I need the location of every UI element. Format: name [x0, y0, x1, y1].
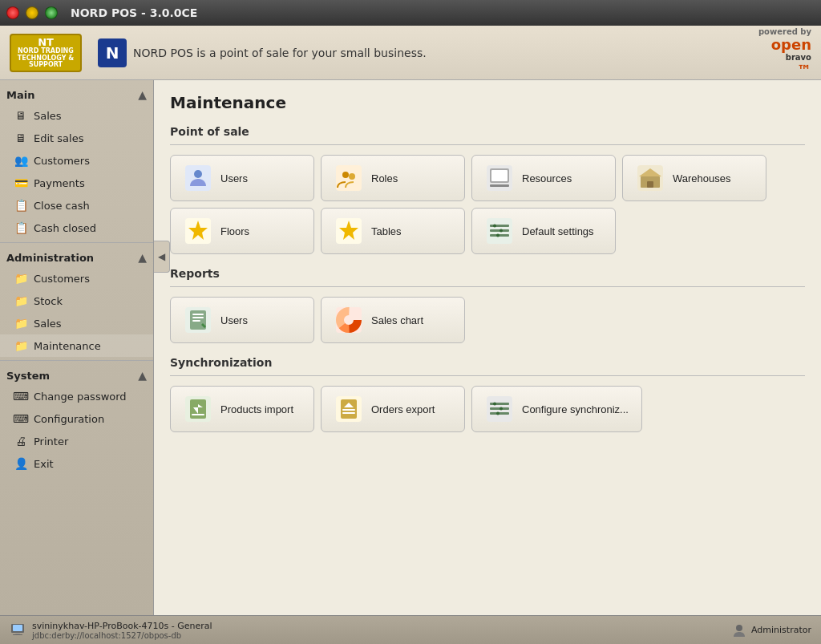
- roles-label: Roles: [371, 172, 398, 184]
- main-layout: Main ▲ 🖥 Sales 🖥 Edit sales 👥 Customers …: [0, 80, 821, 615]
- orders-export-button[interactable]: Orders export: [321, 386, 465, 432]
- svg-rect-27: [192, 317, 204, 318]
- reports-users-button[interactable]: Users: [170, 297, 314, 343]
- svg-point-22: [499, 229, 503, 233]
- sidebar-item-customers-main[interactable]: 👥 Customers: [0, 149, 153, 172]
- statusbar-right: Administrator: [732, 623, 811, 638]
- floors-label: Floors: [220, 225, 249, 237]
- sidebar-item-configuration[interactable]: ⌨ Configuration: [0, 407, 153, 430]
- nt-logo: NT NORD TRADINGTECHNOLOGY & SUPPORT: [10, 34, 82, 72]
- svg-rect-8: [490, 184, 509, 187]
- sidebar-item-payments[interactable]: 💳 Payments: [0, 172, 153, 194]
- statusbar-left-text: svininykhav-HP-ProBook-4710s - General: [32, 621, 212, 631]
- statusbar-user: Administrator: [751, 625, 811, 635]
- products-import-icon: [184, 395, 212, 423]
- sidebar-item-change-password[interactable]: ⌨ Change password: [0, 385, 153, 407]
- sidebar-item-exit[interactable]: 👤 Exit: [0, 452, 153, 475]
- tables-icon: [334, 217, 363, 245]
- folder-stock-icon: 📁: [13, 293, 29, 309]
- section-sync-divider: [170, 375, 805, 376]
- sidebar-item-printer[interactable]: 🖨 Printer: [0, 430, 153, 452]
- svg-point-23: [496, 234, 499, 237]
- exit-icon: 👤: [13, 456, 29, 472]
- header: NT NORD TRADINGTECHNOLOGY & SUPPORT N NO…: [0, 26, 821, 80]
- svg-rect-51: [13, 625, 22, 631]
- sidebar-admin-collapse[interactable]: ▲: [138, 251, 147, 264]
- default-settings-button[interactable]: Default settings: [471, 208, 616, 254]
- edit-sales-icon: 🖥: [13, 130, 29, 146]
- config-icon: ⌨: [13, 411, 29, 427]
- nordpos-logo-n: N: [98, 38, 127, 67]
- sidebar-item-sales[interactable]: 🖥 Sales: [0, 104, 153, 127]
- sidebar-admin-label: Administration: [6, 252, 94, 264]
- folder-sales-icon: 📁: [13, 315, 29, 331]
- configure-sync-label: Configure synchroniz...: [522, 403, 629, 415]
- roles-button[interactable]: Roles: [321, 155, 465, 201]
- default-settings-icon: [485, 217, 514, 245]
- sidebar-config-label: Configuration: [34, 413, 104, 425]
- sidebar-collapse-button[interactable]: ◀: [154, 241, 170, 273]
- sidebar-divider-2: [0, 360, 153, 361]
- maximize-button[interactable]: [45, 6, 58, 19]
- sidebar-item-sales-admin[interactable]: 📁 Sales: [0, 312, 153, 334]
- payments-icon: 💳: [13, 175, 29, 191]
- sidebar-changepwd-label: Change password: [34, 391, 127, 403]
- sidebar-exit-label: Exit: [34, 458, 54, 470]
- floors-button[interactable]: Floors: [170, 208, 314, 254]
- sidebar-system-collapse[interactable]: ▲: [138, 369, 147, 382]
- minimize-button[interactable]: [26, 6, 38, 19]
- user-status-icon: [732, 623, 746, 638]
- sidebar-item-maintenance[interactable]: 📁 Maintenance: [0, 334, 153, 357]
- openbravo-prefix: powered by: [758, 27, 811, 36]
- sidebar-main-collapse[interactable]: ▲: [138, 88, 147, 101]
- sidebar-item-edit-sales[interactable]: 🖥 Edit sales: [0, 127, 153, 149]
- warehouses-label: Warehouses: [673, 172, 731, 184]
- reports-button-grid: Users Sales chart: [170, 297, 805, 343]
- tables-button[interactable]: Tables: [321, 208, 465, 254]
- users-button[interactable]: Users: [170, 155, 314, 201]
- sync-button-grid: Products import Orders export Configure …: [170, 386, 805, 432]
- resources-button[interactable]: Resources: [471, 155, 616, 201]
- close-button[interactable]: [6, 6, 19, 19]
- section-pos-header: Point of sale: [170, 125, 805, 138]
- floors-icon: [184, 217, 212, 245]
- warehouses-button[interactable]: Warehouses: [622, 155, 766, 201]
- page-title: Maintenance: [170, 93, 805, 112]
- products-import-button[interactable]: Products import: [170, 386, 314, 432]
- titlebar: NORD POS - 3.0.0CE: [0, 0, 821, 26]
- svg-rect-41: [342, 409, 355, 411]
- folder-customers-icon: 📁: [13, 270, 29, 286]
- statusbar-left: svininykhav-HP-ProBook-4710s - General j…: [10, 621, 212, 640]
- svg-point-21: [493, 225, 496, 228]
- svg-rect-28: [192, 320, 200, 322]
- svg-point-4: [349, 173, 355, 180]
- customers-main-icon: 👥: [13, 152, 29, 168]
- folder-maintenance-icon: 📁: [13, 338, 29, 354]
- reports-users-label: Users: [220, 314, 248, 326]
- sidebar-stock-label: Stock: [34, 295, 63, 307]
- orders-export-label: Orders export: [371, 403, 435, 415]
- sidebar-item-customers-admin[interactable]: 📁 Customers: [0, 267, 153, 290]
- svg-point-3: [342, 172, 349, 178]
- statusbar: svininykhav-HP-ProBook-4710s - General j…: [0, 615, 821, 644]
- sidebar-item-close-cash[interactable]: 📋 Close cash: [0, 194, 153, 217]
- resources-icon: [485, 164, 514, 192]
- section-sync-header: Synchronization: [170, 356, 805, 369]
- tables-label: Tables: [371, 225, 402, 237]
- configure-sync-button[interactable]: Configure synchroniz...: [471, 386, 642, 432]
- sidebar-sales-label: Sales: [34, 110, 62, 122]
- computer-icon: [10, 622, 26, 638]
- svg-rect-7: [491, 170, 508, 181]
- svg-point-49: [496, 412, 499, 415]
- sidebar-payments-label: Payments: [34, 177, 85, 189]
- svg-point-33: [345, 316, 353, 324]
- sales-chart-label: Sales chart: [371, 314, 423, 326]
- sidebar-item-stock[interactable]: 📁 Stock: [0, 290, 153, 312]
- sidebar-divider-1: [0, 242, 153, 243]
- sidebar-customers-main-label: Customers: [34, 155, 90, 167]
- section-reports-header: Reports: [170, 267, 805, 280]
- sales-chart-icon: [334, 306, 363, 334]
- sales-chart-button[interactable]: Sales chart: [321, 297, 465, 343]
- sidebar-item-cash-closed[interactable]: 📋 Cash closed: [0, 217, 153, 239]
- statusbar-left-sub: jdbc:derby://localhost:1527/obpos-db: [32, 631, 212, 640]
